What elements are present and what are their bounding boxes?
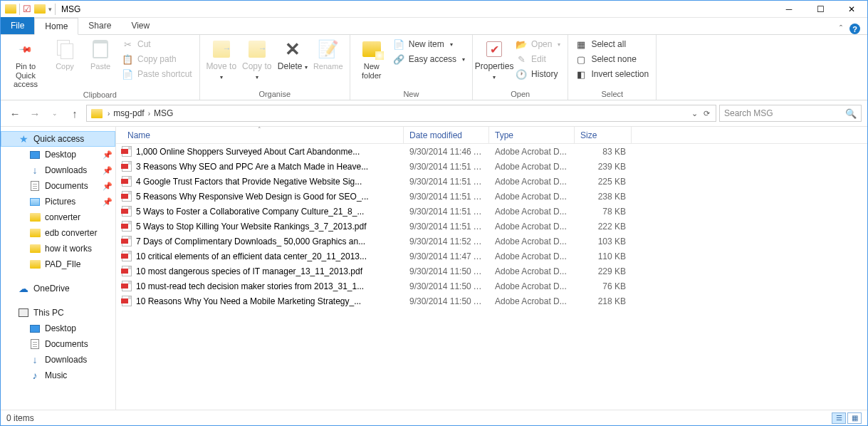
column-size[interactable]: Size — [575, 127, 632, 143]
star-icon: ★ — [18, 133, 29, 145]
file-rows[interactable]: 1,000 Online Shoppers Surveyed About Car… — [116, 144, 867, 410]
onedrive-icon: ☁ — [18, 283, 29, 294]
new-item-icon: 📄 — [393, 38, 404, 50]
breadcrumb-item[interactable]: MSG — [152, 108, 174, 118]
file-name: 7 Days of Complimentary Downloads_ 50,00… — [136, 237, 365, 246]
sidebar-item-downloads-pc[interactable]: ↓Downloads — [1, 352, 115, 368]
sidebar-item-pictures[interactable]: Pictures📌 — [1, 194, 115, 209]
file-size: 225 KB — [575, 177, 632, 187]
tab-view[interactable]: View — [121, 17, 160, 34]
search-box[interactable]: 🔍 — [719, 105, 862, 122]
new-folder-qat-icon[interactable] — [34, 4, 46, 14]
group-select: ▦Select all ▢Select none ◧Invert selecti… — [568, 35, 657, 100]
address-bar[interactable]: › msg-pdf › MSG ⌄ ⟳ — [86, 105, 716, 122]
close-button[interactable]: ✕ — [836, 1, 867, 18]
document-icon — [29, 338, 41, 350]
help-icon[interactable]: ? — [849, 24, 860, 34]
sidebar-item-quick-access[interactable]: ★Quick access — [1, 131, 115, 147]
tab-home[interactable]: Home — [34, 18, 78, 35]
chevron-right-icon[interactable]: › — [105, 110, 112, 118]
file-row[interactable]: 5 Ways to Foster a Collaborative Company… — [116, 204, 867, 219]
file-row[interactable]: 10 critical elements of an efficient dat… — [116, 249, 867, 264]
refresh-icon[interactable]: ⟳ — [704, 109, 710, 118]
select-none-icon: ▢ — [575, 53, 587, 65]
history-button[interactable]: 🕐History — [513, 68, 563, 80]
pdf-icon — [122, 266, 132, 276]
file-row[interactable]: 4 Google Trust Factors that Provide Nega… — [116, 174, 867, 189]
paste-button[interactable]: Paste — [83, 36, 117, 71]
column-type[interactable]: Type — [489, 127, 575, 143]
breadcrumb-item[interactable]: msg-pdf — [112, 108, 145, 118]
file-type: Adobe Acrobat D... — [489, 177, 575, 187]
sidebar-item-downloads[interactable]: ↓Downloads📌 — [1, 162, 115, 178]
sidebar-item-documents-pc[interactable]: Documents — [1, 336, 115, 352]
file-row[interactable]: 10 must-read tech decision maker stories… — [116, 279, 867, 293]
cut-button[interactable]: ✂Cut — [119, 38, 195, 51]
column-name[interactable]: Name˄ — [116, 127, 404, 143]
move-to-button[interactable]: Move to ▾ — [204, 36, 239, 80]
select-all-button[interactable]: ▦Select all — [572, 38, 652, 51]
pin-to-quick-access-button[interactable]: 📌 Pin to Quick access — [5, 36, 46, 89]
copy-path-button[interactable]: 📋Copy path — [119, 53, 195, 66]
properties-button[interactable]: ✔ Properties ▾ — [477, 36, 511, 80]
file-size: 222 KB — [575, 222, 632, 232]
file-row[interactable]: 10 most dangerous species of IT manager_… — [116, 264, 867, 279]
minimize-button[interactable]: ─ — [773, 1, 805, 18]
tab-file[interactable]: File — [1, 17, 34, 34]
easy-access-button[interactable]: 🔗Easy access▾ — [390, 53, 468, 66]
music-icon: ♪ — [29, 370, 41, 381]
select-none-button[interactable]: ▢Select none — [572, 53, 652, 66]
sidebar-item-onedrive[interactable]: ☁OneDrive — [1, 281, 115, 296]
new-item-button[interactable]: 📄New item▾ — [390, 38, 468, 51]
maximize-button[interactable]: ☐ — [805, 1, 836, 18]
search-icon[interactable]: 🔍 — [845, 108, 857, 119]
new-folder-button[interactable]: New folder — [355, 36, 389, 80]
recent-locations-button[interactable]: ⌄ — [46, 105, 63, 122]
open-button[interactable]: 📂Open▾ — [513, 38, 563, 51]
column-date[interactable]: Date modified — [404, 127, 489, 143]
sidebar-item-this-pc[interactable]: This PC — [1, 305, 115, 321]
delete-button[interactable]: ✕ Delete ▾ — [276, 36, 310, 72]
pictures-icon — [29, 196, 41, 207]
sidebar-item-converter[interactable]: converter — [1, 209, 115, 225]
file-row[interactable]: 5 Reasons Why Responsive Web Design is G… — [116, 189, 867, 204]
qat-dropdown-icon[interactable]: ▾ — [48, 6, 52, 13]
back-button[interactable]: ← — [6, 105, 23, 122]
file-row[interactable]: 5 Ways to Stop Killing Your Website Rank… — [116, 219, 867, 234]
sidebar-item-how-it-works[interactable]: how it works — [1, 241, 115, 256]
address-dropdown-icon[interactable]: ⌄ — [691, 109, 698, 118]
sidebar-item-desktop[interactable]: Desktop📌 — [1, 147, 115, 162]
pin-icon: 📌 — [103, 166, 113, 175]
sidebar-item-music[interactable]: ♪Music — [1, 368, 115, 383]
properties-qat-icon[interactable]: ☑ — [23, 4, 31, 14]
thumbnails-view-button[interactable]: ▦ — [847, 412, 862, 424]
rename-button[interactable]: 📝 Rename — [311, 36, 345, 71]
group-clipboard: 📌 Pin to Quick access Copy Paste ✂Cut 📋C… — [1, 35, 200, 100]
sidebar-item-pad-file[interactable]: PAD_FIle — [1, 256, 115, 272]
chevron-right-icon[interactable]: › — [146, 110, 152, 118]
up-button[interactable]: ↑ — [66, 105, 83, 122]
sidebar-item-edb-converter[interactable]: edb converter — [1, 225, 115, 241]
details-view-button[interactable]: ☰ — [832, 412, 846, 424]
tab-share[interactable]: Share — [78, 17, 121, 34]
file-row[interactable]: 3 Reasons Why SEO and PPC Are a Match Ma… — [116, 159, 867, 174]
file-date: 9/30/2014 11:51 AM — [404, 222, 489, 232]
copy-button[interactable]: Copy — [48, 36, 82, 71]
forward-button[interactable]: → — [26, 105, 43, 122]
sidebar-item-desktop-pc[interactable]: Desktop — [1, 321, 115, 336]
navigation-pane[interactable]: ★Quick access Desktop📌 ↓Downloads📌 Docum… — [1, 127, 116, 410]
collapse-ribbon-icon[interactable]: ˆ — [840, 24, 842, 34]
file-size: 83 KB — [575, 147, 632, 157]
edit-button[interactable]: ✎Edit — [513, 53, 563, 66]
file-type: Adobe Acrobat D... — [489, 162, 575, 172]
invert-selection-button[interactable]: ◧Invert selection — [572, 68, 652, 80]
file-row[interactable]: 7 Days of Complimentary Downloads_ 50,00… — [116, 234, 867, 249]
paste-shortcut-button[interactable]: 📄Paste shortcut — [119, 68, 195, 80]
sidebar-item-documents[interactable]: Documents📌 — [1, 178, 115, 194]
copy-to-button[interactable]: Copy to ▾ — [240, 36, 274, 80]
desktop-icon — [29, 149, 41, 160]
file-row[interactable]: 1,000 Online Shoppers Surveyed About Car… — [116, 144, 867, 159]
file-size: 76 KB — [575, 281, 632, 291]
search-input[interactable] — [724, 108, 845, 118]
file-row[interactable]: 10 Reasons Why You Need a Mobile Marketi… — [116, 293, 867, 308]
